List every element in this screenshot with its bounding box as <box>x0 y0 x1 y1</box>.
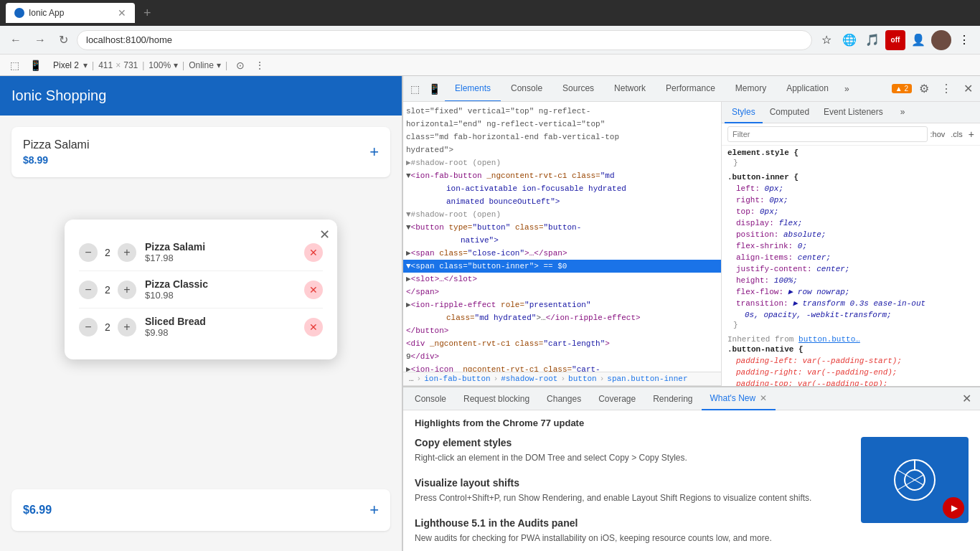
device-toggle[interactable]: 📱 <box>25 57 46 74</box>
drawer-tab-console[interactable]: Console <box>406 387 455 410</box>
styles-tabs: Styles Computed Event Listeners » <box>722 102 980 123</box>
styles-tab-styles[interactable]: Styles <box>725 102 763 123</box>
extension3-icon[interactable]: off <box>885 30 905 50</box>
address-bar[interactable]: localhost:8100/home <box>77 30 812 50</box>
tab-memory[interactable]: Memory <box>725 76 776 102</box>
item2-info: $6.99 <box>23 504 52 517</box>
styles-filter-input[interactable] <box>727 126 928 142</box>
viewport-width: 411 <box>98 60 113 70</box>
video-thumbnail[interactable]: ▶ <box>861 437 969 523</box>
dom-line: ▶<slot>…</slot> <box>403 273 721 286</box>
refresh-button[interactable]: ↻ <box>55 30 72 50</box>
drawer-tab-changes[interactable]: Changes <box>538 387 590 410</box>
tab-sources[interactable]: Sources <box>552 76 604 102</box>
prop-padding-right: padding-right: var(--padding-end); <box>727 367 974 378</box>
device-dropdown[interactable]: ▾ <box>83 60 88 70</box>
menu-icon[interactable]: ⋮ <box>954 30 974 50</box>
drawer-tab-whats-new[interactable]: What's New ✕ <box>702 387 776 410</box>
inspect-toggle[interactable]: ⬚ <box>6 57 24 74</box>
cart-close-button[interactable]: ✕ <box>319 227 330 242</box>
tab-network[interactable]: Network <box>604 76 656 102</box>
breadcrumb-span[interactable]: span.button-inner <box>607 375 687 383</box>
inspect-element-btn[interactable]: ⬚ <box>406 80 424 98</box>
drawer-tab-request-blocking[interactable]: Request blocking <box>455 387 538 410</box>
cart-item1-remove[interactable]: ✕ <box>304 243 323 262</box>
tab-close-icon[interactable]: ✕ <box>118 7 126 19</box>
styles-content: element.style { } .button-inner { left: … <box>722 146 980 386</box>
add-style-btn[interactable]: + <box>969 128 974 140</box>
drawer-tab-rendering[interactable]: Rendering <box>644 387 701 410</box>
devtools-settings-btn[interactable]: ⚙ <box>915 79 933 98</box>
browser-chrome: Ionic App ✕ + ← → ↻ localhost:8100/home … <box>0 0 980 55</box>
devtools-dots-btn[interactable]: ⋮ <box>936 79 956 98</box>
tabs-more-btn[interactable]: » <box>839 84 855 94</box>
tab-elements[interactable]: Elements <box>445 76 501 102</box>
devtools-close-btn[interactable]: ✕ <box>959 79 977 98</box>
toolbar-menu-btn[interactable]: ⋮ <box>250 57 269 74</box>
breadcrumb-shadow-root[interactable]: #shadow-root <box>501 375 557 383</box>
drawer-close-button[interactable]: ✕ <box>956 392 977 405</box>
breadcrumb-button[interactable]: button <box>568 375 597 383</box>
item-name-text: Pizza Salami <box>23 138 89 151</box>
add-item1-button[interactable]: + <box>369 143 379 161</box>
dom-line: ▼<button type="button" class="button- <box>403 221 721 234</box>
new-tab-button[interactable]: + <box>138 6 157 21</box>
bookmark-icon[interactable]: ☆ <box>816 30 837 50</box>
cart-item3-remove[interactable]: ✕ <box>304 318 323 336</box>
pseudo-cls-btn[interactable]: .cls <box>951 130 963 138</box>
prop-position: position: absolute; <box>727 229 974 240</box>
styles-tab-event-listeners[interactable]: Event Listeners <box>816 102 890 123</box>
cart-item2-decrease[interactable]: − <box>79 281 98 299</box>
inherited-from-link[interactable]: button.butto… <box>798 335 860 344</box>
profile-avatar[interactable] <box>931 30 951 50</box>
breadcrumb-dots: … <box>409 375 414 383</box>
cart-item3-decrease[interactable]: − <box>79 318 98 336</box>
pseudo-hov-btn[interactable]: :hov <box>930 130 946 138</box>
dom-line-selected[interactable]: ▼<span class="button-inner"> == $0 <box>403 260 721 273</box>
extension2-icon[interactable]: 🎵 <box>862 30 882 50</box>
devtools-tabs-bar: ⬚ 📱 Elements Console Sources Network Per… <box>403 76 980 102</box>
nav-bar: ← → ↻ localhost:8100/home ☆ 🌐 🎵 off 👤 ⋮ <box>0 26 980 55</box>
breadcrumb-sep1: › <box>417 375 422 383</box>
cart-item2-remove[interactable]: ✕ <box>304 281 323 299</box>
dom-line: </span> <box>403 286 721 298</box>
cart-item1-info: Pizza Salami $17.98 <box>145 241 304 263</box>
breadcrumb-ion-fab[interactable]: ion-fab-button <box>424 375 490 383</box>
styles-tab-computed[interactable]: Computed <box>763 102 816 123</box>
prop-padding-left: padding-left: var(--padding-start); <box>727 355 974 367</box>
cart-item3-increase[interactable]: + <box>118 318 136 336</box>
network-dropdown[interactable]: ▾ <box>217 60 221 70</box>
prop-display: display: flex; <box>727 217 974 229</box>
whats-new-tab-close[interactable]: ✕ <box>760 393 767 403</box>
dom-tree[interactable]: slot="fixed" vertical="top" ng-reflect- … <box>403 102 721 372</box>
button-native-rule: .button-native { padding-left: var(--pad… <box>727 345 974 386</box>
drawer-item-1: Copy element styles Right-click an eleme… <box>415 437 849 464</box>
add-item2-button[interactable]: + <box>369 501 379 519</box>
prop-right: right: 0px; <box>727 194 974 206</box>
cart-item2-increase[interactable]: + <box>118 281 136 299</box>
element-style-selector: element.style { <box>727 149 974 157</box>
drawer-item2-title: Visualize layout shifts <box>415 477 849 489</box>
cart-item-2: − 2 + Pizza Classic $10.98 ✕ <box>79 271 323 309</box>
zoom-dropdown[interactable]: ▾ <box>174 60 178 70</box>
tab-application[interactable]: Application <box>776 76 839 102</box>
warning-badge[interactable]: ▲ 2 <box>892 84 912 93</box>
tab-performance[interactable]: Performance <box>656 76 725 102</box>
drawer-item2-desc: Press Control+Shift+P, run Show Renderin… <box>415 491 849 504</box>
cart-item1-increase[interactable]: + <box>118 243 136 262</box>
forward-button[interactable]: → <box>30 31 50 50</box>
device-mode-btn[interactable]: 📱 <box>424 80 445 98</box>
drawer-content-area: Copy element styles Right-click an eleme… <box>415 437 969 551</box>
cart-item1-decrease[interactable]: − <box>79 243 98 262</box>
styles-tab-more[interactable]: » <box>893 102 913 123</box>
drawer-tab-coverage[interactable]: Coverage <box>590 387 644 410</box>
extension4-icon[interactable]: 👤 <box>908 30 928 50</box>
active-tab[interactable]: Ionic App ✕ <box>6 3 135 23</box>
more-options-btn[interactable]: ⊙ <box>232 57 249 74</box>
bottom-drawer: Console Request blocking Changes Coverag… <box>403 386 980 551</box>
cart-item1-qty: 2 <box>103 247 112 258</box>
back-button[interactable]: ← <box>6 31 26 50</box>
extension1-icon[interactable]: 🌐 <box>839 30 859 50</box>
tab-console[interactable]: Console <box>501 76 552 102</box>
video-play-btn[interactable]: ▶ <box>943 497 964 519</box>
